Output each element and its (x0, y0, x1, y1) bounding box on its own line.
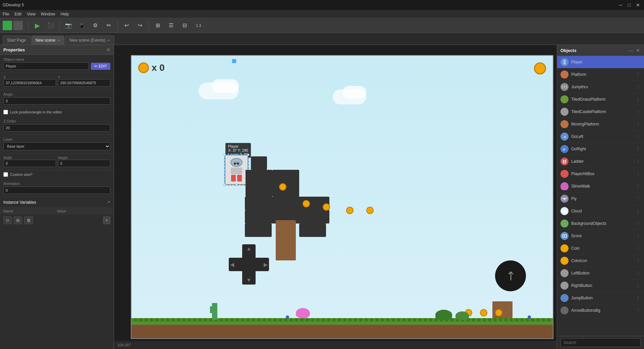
close-button[interactable]: ✕ (635, 2, 641, 8)
object-menu-fly[interactable]: ⋮ (636, 196, 641, 201)
scene-canvas[interactable]: x 0 Player X: 37 Y: 290 Layer: Z: 20 (131, 55, 553, 339)
object-menu-slimewalk[interactable]: ⋮ (636, 184, 641, 189)
zoom-button[interactable]: ⊟ (178, 19, 191, 32)
width-input[interactable] (3, 160, 56, 167)
handle-tl[interactable] (224, 154, 226, 156)
preview-button[interactable]: 📷 (62, 19, 74, 32)
object-item-fly[interactable]: Fly ⋮ (557, 193, 644, 205)
object-item-goright[interactable]: ▶ GoRight ⋮ (557, 143, 644, 155)
vars-paste-button[interactable]: ⊞ (14, 216, 22, 224)
object-item-leftbutton[interactable]: LeftButton ⋮ (557, 267, 644, 280)
vars-copy-button[interactable]: ⊙ (3, 216, 12, 224)
animation-input[interactable] (3, 187, 110, 194)
object-menu-player[interactable]: ⋮ (636, 59, 641, 65)
handle-tr[interactable] (247, 154, 249, 156)
object-item-score[interactable]: Score ⋮ (557, 230, 644, 242)
object-item-slimewalk[interactable]: SlimeWalk ⋮ (557, 180, 644, 193)
properties-close[interactable]: ✕ (106, 47, 110, 52)
dpad-up-icon[interactable]: ▲ (246, 246, 252, 252)
angle-input[interactable] (3, 97, 110, 105)
object-item-arrowbuttonsbg[interactable]: ArrowButtonsBg ⋮ (557, 304, 644, 317)
object-item-ladder[interactable]: Ladder ⋮ (557, 155, 644, 168)
object-menu-cloud[interactable]: ⋮ (636, 208, 641, 214)
object-item-playerhitbox[interactable]: PlayerHitBox ⋮ (557, 168, 644, 180)
object-item-rightbutton[interactable]: RightButton ⋮ (557, 280, 644, 292)
object-item-goleft[interactable]: ◀ GoLeft ⋮ (557, 131, 644, 143)
object-menu-jumpthru[interactable]: ⋮ (636, 84, 641, 90)
instance-vars-external-link[interactable]: ↗ (107, 200, 110, 205)
object-menu-rightbutton[interactable]: ⋮ (636, 283, 641, 288)
vars-delete-button[interactable]: 🗑 (24, 216, 33, 224)
dpad-down-icon[interactable]: ▼ (246, 277, 252, 283)
tab-events[interactable]: New scene (Events) ✕ (65, 36, 114, 45)
object-item-tiledcastle[interactable]: TiledCastlePlatform ⋮ (557, 106, 644, 118)
tab-new-scene[interactable]: New scene ✕ (31, 36, 64, 45)
edit-button[interactable]: ✏ (103, 19, 115, 32)
objects-search-input[interactable] (560, 338, 641, 347)
object-item-player[interactable]: Player ⋮ (557, 56, 644, 68)
y-input[interactable] (58, 79, 111, 87)
object-menu-ladder[interactable]: ⋮ (636, 159, 641, 164)
object-item-backgroundobjects[interactable]: BackgroundObjects ⋮ (557, 217, 644, 230)
canvas-area[interactable]: x 0 Player X: 37 Y: 290 Layer: Z: 20 (114, 45, 557, 349)
objects-close-button[interactable]: ✕ (635, 47, 641, 54)
menu-file[interactable]: File (3, 12, 9, 16)
jump-button[interactable]: ↗ (495, 260, 526, 291)
layer-select[interactable]: Base layer (3, 142, 110, 150)
object-item-jumpthru[interactable]: Jumpthru ⋮ (557, 81, 644, 93)
object-menu-backgroundobjects[interactable]: ⋮ (636, 221, 641, 226)
object-item-jumpbutton[interactable]: JumpButton ⋮ (557, 292, 644, 304)
custom-size-checkbox[interactable] (3, 172, 8, 177)
object-item-coinicon[interactable]: CoinIcon ⋮ (557, 255, 644, 267)
object-menu-playerhitbox[interactable]: ⋮ (636, 171, 641, 177)
zorder-input[interactable] (3, 124, 110, 132)
object-menu-movingplatform[interactable]: ⋮ (636, 121, 641, 127)
save-icon[interactable] (13, 21, 23, 30)
tab-new-scene-close[interactable]: ✕ (57, 39, 60, 42)
handle-bl[interactable] (224, 184, 226, 186)
window-controls[interactable]: ─ □ ✕ (618, 2, 641, 8)
grid-button[interactable]: ⊞ (152, 19, 164, 32)
object-item-platform[interactable]: Platform ⋮ (557, 68, 644, 81)
object-menu-coinicon[interactable]: ⋮ (636, 258, 641, 263)
object-item-coin[interactable]: Coin ⋮ (557, 242, 644, 255)
objects-minimize-button[interactable]: — (628, 47, 634, 54)
object-menu-goleft[interactable]: ⋮ (636, 134, 641, 139)
zoom-level[interactable]: 1.3 (192, 19, 205, 32)
object-menu-arrowbuttonsbg[interactable]: ⋮ (636, 308, 641, 313)
redo-button[interactable]: ↪ (134, 19, 146, 32)
minimize-button[interactable]: ─ (618, 2, 624, 8)
object-menu-leftbutton[interactable]: ⋮ (636, 270, 641, 276)
menu-edit[interactable]: Edit (14, 12, 21, 16)
object-menu-goright[interactable]: ⋮ (636, 146, 641, 152)
handle-bm[interactable] (235, 184, 237, 186)
lock-checkbox[interactable] (3, 110, 8, 114)
play-button[interactable]: ▶ (31, 19, 43, 32)
object-menu-score[interactable]: ⋮ (636, 233, 641, 239)
menu-help[interactable]: Help (61, 12, 69, 16)
object-item-movingplatform[interactable]: MovingPlatform ⋮ (557, 118, 644, 131)
object-menu-jumpbutton[interactable]: ⋮ (636, 295, 641, 301)
object-item-cloud[interactable]: Cloud ⋮ (557, 205, 644, 217)
menu-view[interactable]: View (27, 12, 36, 16)
object-menu-tiledcastle[interactable]: ⋮ (636, 109, 641, 114)
mobile-preview-button[interactable]: 📱 (76, 19, 88, 32)
layout-button[interactable]: ☰ (165, 19, 177, 32)
x-input[interactable] (3, 79, 56, 87)
dpad-right-icon[interactable]: ▶ (264, 261, 268, 268)
maximize-button[interactable]: □ (627, 2, 632, 8)
edit-object-button[interactable]: ✏ EDIT (91, 63, 110, 70)
vars-add-button[interactable]: + (103, 216, 110, 224)
tab-start-page[interactable]: Start Page (3, 36, 31, 45)
tab-events-close[interactable]: ✕ (107, 39, 110, 42)
undo-button[interactable]: ↩ (120, 19, 132, 32)
height-input[interactable] (58, 160, 111, 167)
stop-button[interactable]: ⬛ (45, 19, 57, 32)
object-name-input[interactable] (3, 62, 89, 70)
object-menu-coin[interactable]: ⋮ (636, 246, 641, 251)
menu-window[interactable]: Window (41, 12, 55, 16)
settings-button[interactable]: ⚙ (89, 19, 101, 32)
object-menu-tiledgrass[interactable]: ⋮ (636, 97, 641, 102)
dpad-left-icon[interactable]: ◀ (230, 261, 234, 268)
object-menu-platform[interactable]: ⋮ (636, 72, 641, 77)
